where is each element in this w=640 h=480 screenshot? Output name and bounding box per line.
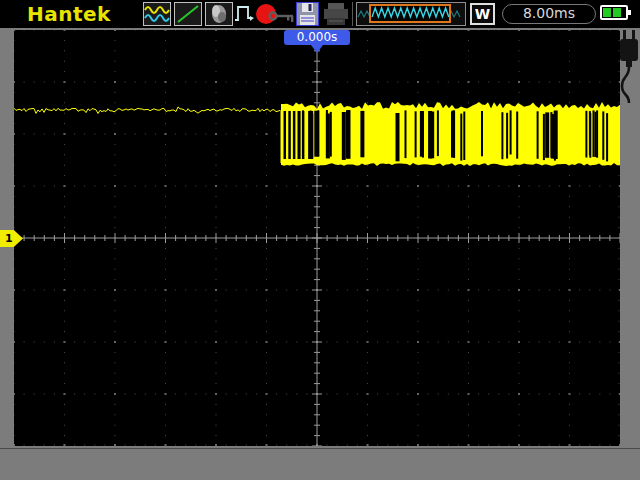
dual-sine-glyph <box>144 3 170 25</box>
key-glyph <box>268 10 295 23</box>
dual-sine-icon[interactable] <box>143 2 171 26</box>
graticule-display <box>14 30 620 446</box>
key-icon[interactable] <box>268 8 295 27</box>
battery-icon <box>600 5 628 20</box>
scope-canvas <box>14 30 620 446</box>
save-icon[interactable] <box>296 2 319 30</box>
battery-bars <box>603 8 621 17</box>
battery-bar <box>613 8 621 17</box>
waveform-preview[interactable] <box>356 2 466 26</box>
oscilloscope-screen: Hantek <box>0 0 640 480</box>
green-line-glyph <box>175 3 201 25</box>
window-mode-button[interactable]: W <box>470 3 495 25</box>
brand-logo: Hantek <box>27 2 111 26</box>
battery-bar <box>603 8 611 17</box>
printer-glyph <box>323 3 349 26</box>
green-line-icon[interactable] <box>174 2 202 26</box>
pulse-icon[interactable] <box>234 3 256 29</box>
hand-icon[interactable] <box>205 2 233 26</box>
trigger-time-pointer <box>311 45 323 53</box>
preview-bright-wave <box>371 6 449 21</box>
printer-icon[interactable] <box>323 3 349 30</box>
status-bar: DC 20 2.00V CH1 4.00V <box>0 448 640 480</box>
zoom-window[interactable] <box>369 4 451 23</box>
toolbar-divider <box>352 2 353 26</box>
floppy-glyph <box>296 2 319 26</box>
hand-glyph <box>206 3 232 25</box>
power-plug-icon <box>619 30 640 112</box>
trigger-time-balloon[interactable]: 0.000s <box>284 30 350 45</box>
top-toolbar: Hantek <box>0 0 640 28</box>
power-plug-glyph <box>619 30 640 108</box>
timebase-display[interactable]: 8.00ms <box>502 4 596 24</box>
pulse-glyph <box>234 3 256 25</box>
